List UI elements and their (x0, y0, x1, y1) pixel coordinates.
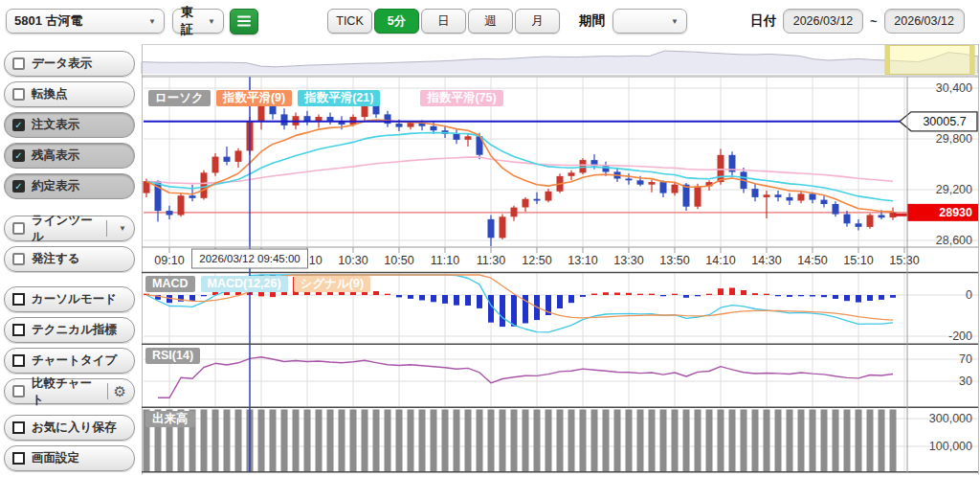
market-select[interactable]: 東証 ▼ (172, 9, 224, 34)
macd-histogram-bar (442, 295, 448, 304)
volume-bar (454, 410, 460, 472)
symbol-list-button[interactable] (230, 9, 258, 34)
volume-bar (810, 410, 816, 472)
sidebar-item-execution-display[interactable]: ✓約定表示 (4, 173, 135, 199)
overlap-squares-icon (12, 421, 25, 434)
sidebar-item-balance-display[interactable]: ✓残高表示 (4, 143, 135, 169)
period-label: 期間 (579, 12, 605, 30)
order-price-tag-label: 30005.7 (923, 115, 966, 128)
macd-histogram-bar (821, 295, 827, 297)
series-legend-chip: 指数平滑(75) (420, 90, 502, 106)
symbol-select[interactable]: 5801 古河電 ▼ (6, 9, 165, 34)
volume-bar (465, 410, 472, 472)
volume-bar (603, 410, 610, 472)
checkbox-icon[interactable] (12, 222, 25, 235)
volume-bar (442, 410, 449, 472)
cursor-time-label: 2026/03/12 09:45:00 (199, 253, 301, 264)
volume-bar (591, 410, 598, 472)
volume-bar (580, 410, 587, 472)
volume-bar (741, 410, 747, 472)
time-axis-label: 14:30 (751, 254, 781, 267)
period-button-TICK[interactable]: TICK (327, 9, 372, 34)
macd-histogram-bar (626, 293, 632, 295)
volume-bar (833, 410, 839, 472)
macd-histogram-bar (591, 294, 597, 296)
sidebar-item-turning-point[interactable]: 転換点 (4, 81, 135, 107)
macd-histogram-bar (603, 292, 609, 295)
sidebar-item-data-display[interactable]: データ表示 (4, 51, 135, 77)
macd-histogram-bar (649, 294, 655, 295)
volume-bar (890, 410, 897, 472)
volume-axis-label: 300,000 (929, 412, 972, 425)
chevron-down-icon[interactable]: ▼ (106, 220, 126, 237)
checkbox-icon[interactable] (12, 88, 25, 101)
period-button-週[interactable]: 週 (468, 9, 513, 34)
volume-bar (258, 410, 265, 472)
time-axis-label: 12:50 (522, 254, 551, 267)
checkbox-icon[interactable]: ✓ (12, 149, 25, 162)
sidebar-item-chart-type[interactable]: チャートタイプ (4, 348, 135, 374)
top-toolbar: 5801 古河電 ▼ 東証 ▼ TICK5分日週月 期間 ▼ 日付 ~ (0, 0, 980, 42)
sidebar-item-screen-settings[interactable]: 画面設定 (4, 445, 135, 471)
checkbox-icon[interactable]: ✓ (12, 119, 25, 131)
navigator-area (142, 51, 978, 74)
date-label: 日付 (750, 12, 776, 30)
macd-histogram-bar (706, 294, 712, 295)
chevron-down-icon: ▼ (671, 17, 679, 26)
macd-histogram-bar (764, 294, 769, 295)
volume-bar (821, 410, 828, 472)
chevron-down-icon: ▼ (148, 17, 156, 26)
period-button-日[interactable]: 日 (421, 9, 466, 34)
date-from-input[interactable] (783, 9, 863, 34)
macd-histogram-bar (465, 295, 471, 306)
navigator-selection[interactable] (885, 46, 974, 75)
time-axis-label: 14:50 (797, 254, 827, 267)
macd-histogram-bar (752, 293, 758, 295)
macd-histogram-bar (373, 291, 379, 295)
volume-bar (568, 410, 575, 472)
sidebar-item-technical-indicator[interactable]: テクニカル指標 (4, 317, 135, 343)
macd-histogram-bar (488, 295, 494, 323)
macd-histogram-bar (637, 294, 643, 295)
volume-bar (683, 410, 690, 472)
time-axis-label: 13:30 (613, 254, 643, 267)
sidebar-item-place-order[interactable]: 発注する (4, 246, 135, 272)
time-axis-label: 10:50 (384, 254, 413, 267)
macd-histogram-bar (718, 288, 724, 295)
sidebar-item-line-tool[interactable]: ラインツール▼ (4, 216, 135, 241)
macd-histogram-bar (890, 295, 896, 298)
checkbox-icon[interactable] (12, 385, 25, 398)
volume-bar (787, 410, 793, 472)
volume-bar (718, 410, 724, 472)
rsi-line (158, 357, 893, 398)
macd-histogram-bar (500, 295, 505, 327)
macd-histogram-bar (787, 295, 792, 297)
checkbox-icon[interactable]: ✓ (12, 180, 25, 193)
sidebar-item-order-display[interactable]: ✓注文表示 (4, 112, 135, 138)
price-axis-label: 29,200 (936, 183, 972, 196)
date-to-input[interactable] (884, 9, 965, 34)
navigator-handle-right[interactable] (969, 46, 974, 75)
macd-axis-label: 0 (966, 288, 972, 302)
sidebar-item-label: ラインツール (32, 213, 100, 245)
volume-bar (649, 410, 656, 472)
period-select[interactable]: ▼ (612, 9, 687, 34)
macd-histogram-bar (396, 295, 402, 297)
navigator-handle-left[interactable] (885, 46, 890, 75)
period-button-5分[interactable]: 5分 (374, 9, 419, 34)
price-axis-label: 28,600 (936, 234, 972, 247)
gear-icon[interactable]: ⚙ (107, 383, 126, 399)
volume-bar (477, 410, 483, 472)
macd-histogram-bar (580, 295, 586, 297)
sidebar-item-label: 注文表示 (32, 117, 79, 133)
sidebar-item-compare-chart[interactable]: 比較チャート⚙ (4, 378, 135, 404)
period-button-月[interactable]: 月 (515, 9, 560, 34)
volume-legend-chip: 出来高 (145, 411, 195, 427)
sidebar-item-save-favorite[interactable]: お気に入り保存 (4, 415, 135, 441)
checkbox-icon[interactable] (12, 57, 25, 70)
checkbox-icon[interactable] (12, 253, 25, 265)
volume-bar (523, 410, 529, 472)
chart-canvas[interactable]: 30,40029,80029,20028,6000-2007030300,000… (0, 0, 980, 477)
sidebar-item-label: お気に入り保存 (32, 420, 116, 436)
sidebar-item-cursor-mode[interactable]: カーソルモード (4, 286, 135, 312)
